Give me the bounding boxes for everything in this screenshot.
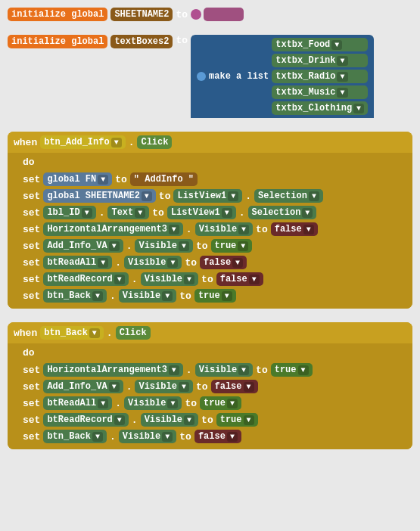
list-item-radio[interactable]: txtbx_Radio ▼: [272, 70, 368, 83]
set-row-1-3: set lbl_ID ▼ . Text ▼ to ListView1 ▼ . S…: [23, 206, 406, 219]
text-prop-pill[interactable]: Text ▼: [107, 206, 149, 219]
dot-2-3: .: [115, 398, 121, 409]
false-val-1[interactable]: false ▼: [271, 222, 318, 236]
dot-2-1: .: [186, 365, 192, 376]
set-row-1-2: set global SHEETNAME2 ▼ to ListView1 ▼ .…: [23, 189, 406, 203]
btn-back-pill-2[interactable]: btn_Back ▼: [43, 430, 107, 443]
event-body-2: do set HorizontalArrangement3 ▼ . Visibl…: [8, 343, 412, 449]
false-val-3[interactable]: false ▼: [216, 272, 263, 286]
dot-2-4: .: [132, 415, 138, 426]
btn-back-pill-1[interactable]: btn_Back ▼: [43, 289, 107, 303]
list-item-food[interactable]: txtbx_Food ▼: [272, 38, 368, 51]
set-row-2-2: set Add_Info_VA ▼ . Visible ▼ to false ▼: [23, 380, 406, 393]
set-kw-1-6: set: [23, 257, 40, 269]
to-kw-1-5: to: [196, 241, 208, 252]
global-fn-pill[interactable]: global FN ▼: [43, 172, 112, 186]
dot-2-5: .: [110, 431, 116, 442]
visible-prop-7[interactable]: Visible ▼: [135, 380, 192, 393]
true-val-1[interactable]: true ▼: [211, 239, 253, 253]
to-kw-2-4: to: [201, 415, 213, 426]
true-val-5[interactable]: true ▼: [216, 413, 258, 427]
to-keyword-1: to: [176, 9, 188, 20]
dot-2-2: .: [126, 381, 132, 393]
set-row-2-5: set btn_Back ▼ . Visible ▼ to false ▼: [23, 430, 406, 443]
initialize-global-label-1: initialize global: [8, 8, 107, 21]
true-val-3[interactable]: true ▼: [271, 363, 313, 377]
visible-prop-10[interactable]: Visible ▼: [119, 430, 176, 443]
string-value-1[interactable]: [204, 8, 244, 21]
set-row-1-5: set Add_Info_VA ▼ . Visible ▼ to true ▼: [23, 239, 406, 253]
btreadrecord-pill-1[interactable]: btReadRecord ▼: [43, 272, 128, 286]
addinfo-string[interactable]: " AddInfo ": [130, 172, 198, 186]
sheetname2-var[interactable]: SHEETNAME2: [110, 8, 173, 21]
textboxes2-var[interactable]: textBoxes2: [110, 35, 173, 48]
set-row-1-8: set btn_Back ▼ . Visible ▼ to true ▼: [23, 289, 406, 303]
do-keyword-1: do: [23, 157, 406, 168]
to-kw-1-1: to: [115, 174, 127, 185]
btn-back-event-pill[interactable]: btn_Back ▼: [40, 326, 104, 340]
lbl-id-pill[interactable]: lbl_ID ▼: [43, 206, 95, 219]
add-info-va-pill-1[interactable]: Add_Info_VA ▼: [43, 239, 123, 253]
set-kw-2-5: set: [23, 431, 40, 442]
btreadrecord-pill-2[interactable]: btReadRecord ▼: [43, 413, 128, 427]
set-kw-1-1: set: [23, 174, 40, 185]
false-val-2[interactable]: false ▼: [200, 256, 247, 269]
set-kw-1-3: set: [23, 207, 40, 219]
add-info-va-pill-2[interactable]: Add_Info_VA ▼: [43, 380, 123, 393]
visible-prop-8[interactable]: Visible ▼: [124, 396, 182, 410]
set-kw-2-4: set: [23, 415, 40, 426]
btn-add-info-pill[interactable]: btn_Add_Info ▼: [40, 135, 125, 149]
event-block-2: when btn_Back ▼ . Click do set Horizonta…: [8, 322, 412, 449]
do-keyword-2: do: [23, 347, 406, 359]
to-kw-2-3: to: [185, 398, 197, 409]
btreadall-pill-2[interactable]: btReadAll ▼: [43, 396, 112, 410]
to-kw-1-6: to: [185, 257, 197, 269]
global-sheetname2-pill[interactable]: global SHEETNAME2 ▼: [43, 189, 155, 203]
visible-prop-5[interactable]: Visible ▼: [119, 289, 176, 303]
to-kw-2-1: to: [256, 365, 268, 376]
list-item-clothing[interactable]: txtbx_Clothing ▼: [272, 101, 368, 115]
to-kw-2-2: to: [196, 381, 208, 393]
set-kw-2-1: set: [23, 365, 40, 376]
false-val-5[interactable]: false ▼: [194, 430, 241, 443]
dot-1-7: .: [132, 274, 138, 285]
click-event-2[interactable]: Click: [116, 326, 151, 340]
dot-1-3b: .: [239, 207, 245, 219]
listview1-pill-1[interactable]: ListView1 ▼: [173, 189, 242, 203]
ha3-pill-1[interactable]: HorizontalArrangement3 ▼: [43, 222, 182, 236]
selection-pill-1[interactable]: Selection ▼: [254, 189, 323, 203]
true-val-4[interactable]: true ▼: [200, 396, 241, 410]
set-kw-1-8: set: [23, 290, 40, 302]
btreadall-pill-1[interactable]: btReadAll ▼: [43, 256, 112, 269]
set-kw-2-2: set: [23, 381, 40, 393]
true-val-2[interactable]: true ▼: [194, 289, 236, 303]
set-kw-1-2: set: [23, 191, 40, 202]
to-kw-1-4: to: [256, 224, 268, 235]
dot-2: .: [107, 328, 113, 339]
visible-prop-2[interactable]: Visible ▼: [135, 239, 192, 253]
list-item-drink[interactable]: txtbx_Drink ▼: [272, 54, 368, 67]
event-block-1: when btn_Add_Info ▼ . Click do set globa…: [8, 132, 412, 309]
dot-1-3: .: [99, 207, 105, 219]
color-dot-1: [191, 9, 201, 20]
selection-pill-2[interactable]: Selection ▼: [248, 206, 317, 219]
list-item-music[interactable]: txtbx_Music ▼: [272, 85, 368, 99]
visible-prop-1[interactable]: Visible ▼: [195, 222, 253, 236]
ha3-pill-2[interactable]: HorizontalArrangement3 ▼: [43, 363, 182, 377]
make-list-block: make a list txtbx_Food ▼ txtbx_Drink ▼ t…: [191, 35, 374, 118]
click-event-1[interactable]: Click: [137, 135, 172, 149]
event-body-1: do set global FN ▼ to " AddInfo " set gl…: [8, 153, 412, 309]
visible-prop-3[interactable]: Visible ▼: [124, 256, 182, 269]
set-row-2-1: set HorizontalArrangement3 ▼ . Visible ▼…: [23, 363, 406, 377]
set-row-2-3: set btReadAll ▼ . Visible ▼ to true ▼: [23, 396, 406, 410]
listview1-pill-2[interactable]: ListView1 ▼: [167, 206, 236, 219]
list-icon: [197, 72, 206, 81]
false-val-4[interactable]: false ▼: [211, 380, 258, 393]
initialize-global-label-2: initialize global: [8, 35, 107, 48]
set-kw-1-7: set: [23, 274, 40, 285]
visible-prop-6[interactable]: Visible ▼: [195, 363, 253, 377]
visible-prop-4[interactable]: Visible ▼: [141, 272, 198, 286]
dot-1-6: .: [115, 257, 121, 269]
visible-prop-9[interactable]: Visible ▼: [141, 413, 198, 427]
to-kw-1-7: to: [201, 274, 213, 285]
